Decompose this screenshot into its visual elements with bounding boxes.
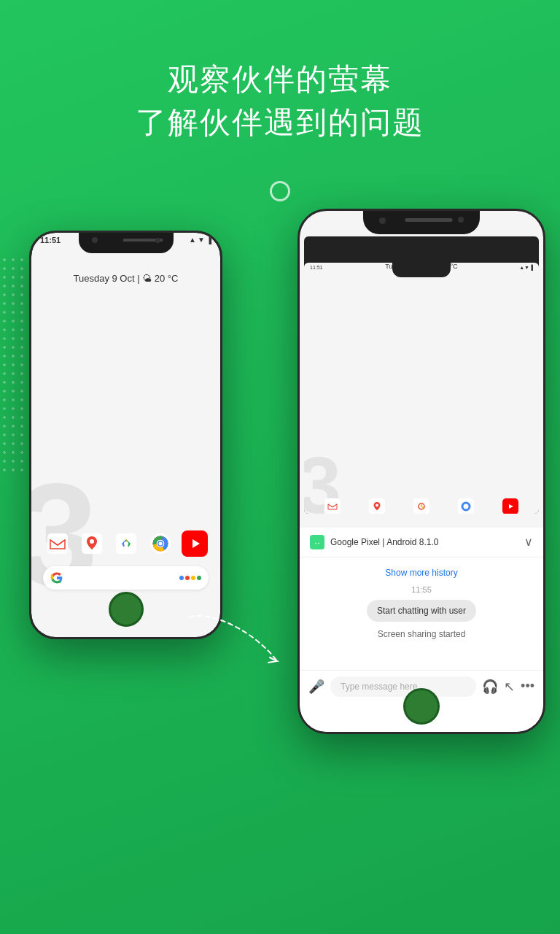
left-status-bar: 11:51 ▲ ▼ ▐ [40, 236, 211, 244]
device-label: Google Pixel | Android 8.1.0 [330, 537, 439, 547]
inner-youtube-icon [502, 498, 518, 514]
inner-status-bar: 11:51 ▲▼▐ [310, 265, 533, 270]
left-status-icons: ▲ ▼ ▐ [189, 236, 211, 244]
svg-line-26 [315, 539, 316, 540]
page-title: 观察伙伴的萤幕 了解伙伴遇到的问题 [0, 58, 560, 144]
svg-marker-12 [192, 539, 200, 548]
circle-indicator [270, 181, 290, 201]
left-google-search[interactable] [43, 566, 209, 590]
chat-header: Google Pixel | Android 8.1.0 ∨ [300, 528, 543, 557]
message-input-field[interactable]: Type message here [330, 676, 476, 697]
headphones-icon[interactable]: 🎧 [482, 679, 498, 695]
right-phone: 11:51 ▲▼▐ Tuesday 9 Oct | 🌤 20 °C 3 [298, 209, 545, 734]
cursor-icon[interactable]: ↖ [504, 679, 515, 695]
chat-timestamp: 11:55 [311, 582, 532, 597]
inner-signal: ▲▼▐ [519, 265, 533, 270]
svg-point-4 [124, 541, 128, 546]
left-lock-content: Tuesday 9 Oct | 🌤 20 °C [31, 273, 220, 284]
left-phone-frame: 11:51 ▲ ▼ ▐ Tuesday 9 Oct | 🌤 20 °C 3 [29, 231, 222, 639]
screen-preview-inner: 11:51 ▲▼▐ Tuesday 9 Oct | 🌤 20 °C 3 [304, 263, 539, 514]
youtube-icon [182, 530, 208, 557]
svg-point-24 [315, 542, 316, 544]
svg-point-2 [90, 539, 94, 544]
svg-marker-21 [509, 504, 513, 509]
svg-point-11 [158, 541, 162, 545]
more-options-icon[interactable]: ••• [521, 679, 534, 694]
photos-icon [113, 530, 139, 557]
chrome-icon [147, 530, 174, 557]
inner-gmail-icon [324, 498, 341, 514]
chat-header-left: Google Pixel | Android 8.1.0 [310, 535, 439, 549]
mic-icon[interactable]: 🎤 [308, 679, 324, 695]
battery-icon: ▐ [206, 236, 211, 244]
svg-point-15 [376, 503, 378, 506]
svg-point-25 [318, 542, 319, 544]
maps-icon [79, 530, 105, 557]
inner-app-icons [310, 498, 533, 514]
left-app-icons-row [40, 530, 211, 557]
input-placeholder: Type message here [341, 682, 417, 692]
left-phone-screen: 11:51 ▲ ▼ ▐ Tuesday 9 Oct | 🌤 20 °C 3 [31, 233, 220, 637]
screen-sharing-message: Screen sharing started [311, 625, 532, 644]
inner-time: 11:51 [310, 265, 323, 270]
chat-bubble: Start chatting with user [367, 600, 476, 622]
dashed-arrow [182, 610, 284, 668]
left-lock-date: Tuesday 9 Oct | 🌤 20 °C [31, 273, 220, 284]
right-phone-frame: 11:51 ▲▼▐ Tuesday 9 Oct | 🌤 20 °C 3 [298, 209, 545, 734]
signal-icon: ▲ [189, 236, 196, 244]
left-phone-time: 11:51 [40, 236, 61, 244]
chevron-down-icon[interactable]: ∨ [524, 535, 533, 549]
right-phone-screen: 11:51 ▲▼▐ Tuesday 9 Oct | 🌤 20 °C 3 [300, 211, 543, 732]
phones-container: 11:51 ▲ ▼ ▐ Tuesday 9 Oct | 🌤 20 °C 3 [0, 209, 560, 756]
svg-point-20 [464, 504, 468, 508]
title-section: 观察伙伴的萤幕 了解伙伴遇到的问题 [0, 0, 560, 166]
google-logo-icon [50, 571, 63, 584]
left-home-button[interactable] [109, 592, 144, 627]
android-icon [310, 535, 324, 549]
wifi-icon: ▼ [198, 236, 205, 244]
gmail-icon [44, 530, 71, 557]
inner-chrome-icon [458, 498, 474, 514]
svg-line-27 [319, 539, 320, 540]
screen-preview: 11:51 ▲▼▐ Tuesday 9 Oct | 🌤 20 °C 3 [304, 236, 539, 514]
right-phone-notch [363, 211, 480, 234]
google-assistant-dots [179, 576, 201, 580]
left-phone: 11:51 ▲ ▼ ▐ Tuesday 9 Oct | 🌤 20 °C 3 [29, 231, 222, 639]
show-history-link[interactable]: Show more history [311, 563, 532, 582]
chat-body: Show more history 11:55 Start chatting w… [300, 557, 543, 649]
right-home-button[interactable] [403, 688, 440, 725]
svg-rect-23 [314, 542, 320, 546]
chat-bubble-container: Start chatting with user [311, 597, 532, 625]
inner-photos-icon [413, 498, 429, 514]
inner-maps-icon [369, 498, 385, 514]
